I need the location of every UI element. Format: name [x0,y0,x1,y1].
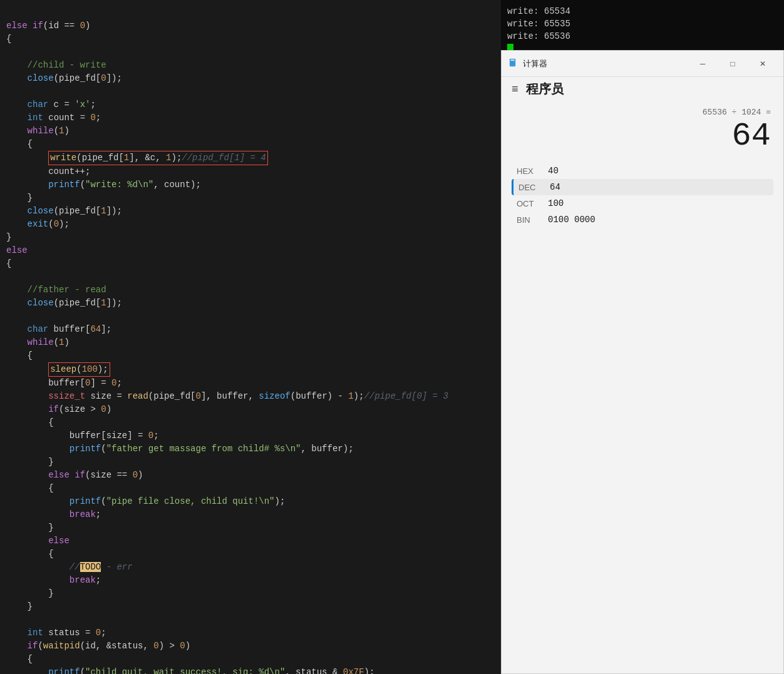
calc-display: 65536 ÷ 1024 = 64 [502,101,783,156]
right-panel: write: 65534 write: 65535 write: 65536 🖩… [501,0,784,674]
conv-row-dec: DEC 64 [512,179,773,195]
conv-label-hex: HEX [517,166,548,176]
maximize-button[interactable]: □ [718,54,747,73]
calc-result: 64 [514,118,771,154]
code-editor: else if(id == 0) { //child - write close… [0,0,501,674]
conv-row-oct: OCT 100 [512,195,773,212]
calc-mode-title: 程序员 [526,81,564,98]
conv-label-bin: BIN [517,215,548,225]
calc-header: ≡ 程序员 [502,77,783,101]
conv-row-hex: HEX 40 [512,163,773,179]
calc-title-text: 计算器 [523,58,547,69]
conv-value-bin: 0100 0000 [548,215,596,225]
terminal-line-1: write: 65534 [507,5,778,18]
conv-label-oct: OCT [517,199,548,208]
conv-value-hex: 40 [548,166,559,176]
calc-window-controls: ─ □ ✕ [688,54,777,73]
code-content: else if(id == 0) { //child - write close… [0,6,501,674]
calculator-window: 🖩 计算器 ─ □ ✕ ≡ 程序员 65536 ÷ 1024 = 64 HEX … [501,50,784,674]
calc-conversions: HEX 40 DEC 64 OCT 100 BIN 0100 0000 [502,156,783,234]
calc-app-icon: 🖩 [508,58,518,69]
conv-label-dec: DEC [518,183,550,192]
conv-value-oct: 100 [548,198,564,208]
calc-titlebar: 🖩 计算器 ─ □ ✕ [502,51,783,77]
terminal-line-3: write: 65536 [507,30,778,43]
close-button[interactable]: ✕ [748,54,777,73]
calc-spacer [502,234,783,673]
calc-title-left: 🖩 计算器 [508,58,547,69]
terminal: write: 65534 write: 65535 write: 65536 [501,0,784,50]
minimize-button[interactable]: ─ [688,54,717,73]
terminal-line-2: write: 65535 [507,18,778,30]
calc-expression: 65536 ÷ 1024 = [514,108,771,117]
conv-value-dec: 64 [550,182,560,192]
conv-row-bin: BIN 0100 0000 [512,212,773,228]
hamburger-menu-icon[interactable]: ≡ [512,83,518,96]
